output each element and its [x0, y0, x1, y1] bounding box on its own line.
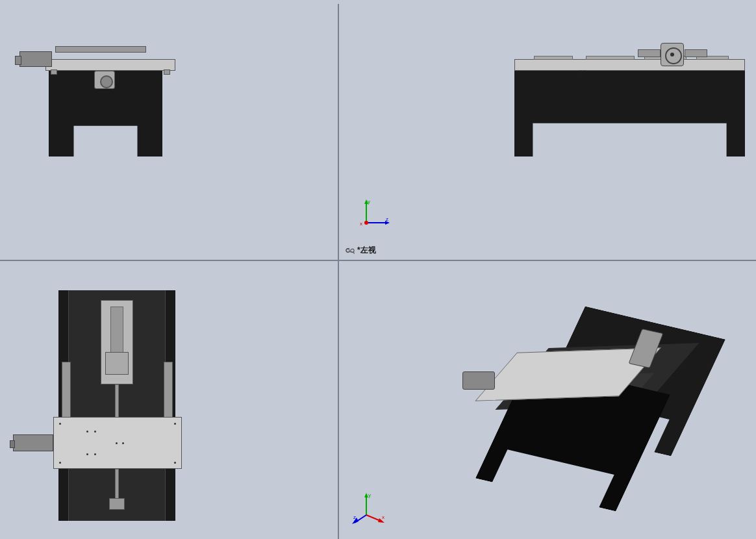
bolt-hole — [59, 462, 61, 464]
motor-hub — [661, 43, 684, 66]
linear-rail — [55, 46, 146, 53]
hub-extension — [685, 49, 707, 57]
ball-screw — [115, 469, 119, 501]
model-iso-view — [459, 303, 719, 531]
carriage — [105, 352, 129, 375]
viewport-front[interactable] — [0, 4, 338, 260]
bolt-hole — [116, 442, 118, 444]
axis-triad: y z x — [359, 198, 391, 231]
link-icon — [346, 247, 355, 254]
viewport-top[interactable] — [0, 260, 338, 539]
model-front-view — [19, 40, 179, 157]
axis-y-label: y — [368, 199, 370, 205]
bolt-hole — [122, 442, 124, 444]
x-axis-motor — [462, 371, 495, 390]
view-label: *左视 — [346, 245, 376, 256]
bolt-hole — [94, 453, 96, 455]
axis-z-label: z — [353, 514, 356, 520]
xy-table — [514, 59, 745, 71]
xy-table — [45, 59, 175, 71]
axis-z-label: z — [386, 216, 388, 222]
model-left-view: ||| || — [514, 40, 748, 157]
axis-triad: y x z — [352, 490, 384, 523]
axis-y-label: y — [368, 492, 371, 498]
bearing-block — [109, 498, 125, 510]
rail-segment — [534, 56, 573, 60]
axis-x-label: x — [382, 514, 384, 520]
model-top-view — [13, 290, 182, 524]
rail-block-right — [164, 69, 170, 75]
ball-screw — [115, 384, 119, 420]
bearing-hub — [94, 71, 115, 89]
servo-motor — [13, 434, 53, 451]
view-name: *左视 — [357, 245, 376, 256]
servo-motor — [19, 51, 52, 67]
rail-segment — [586, 56, 635, 60]
rail-block-left — [51, 69, 57, 75]
bolt-hole — [59, 423, 61, 425]
bolt-hole — [86, 431, 88, 432]
svg-point-4 — [364, 221, 368, 225]
bolt-hole — [174, 423, 176, 425]
axis-x-label: x — [360, 221, 362, 227]
viewport-left[interactable]: ||| || y z x *左视 — [338, 4, 756, 260]
table-plate — [53, 417, 182, 469]
viewport-grid: ||| || y z x *左视 — [0, 4, 756, 539]
surface-marks: ||| || — [579, 69, 599, 75]
hub-extension — [638, 49, 661, 57]
machine-base — [514, 69, 745, 157]
viewport-isometric[interactable]: y x z — [338, 260, 756, 539]
bolt-hole — [86, 453, 88, 455]
bolt-hole — [174, 462, 176, 464]
bolt-hole — [94, 431, 96, 432]
